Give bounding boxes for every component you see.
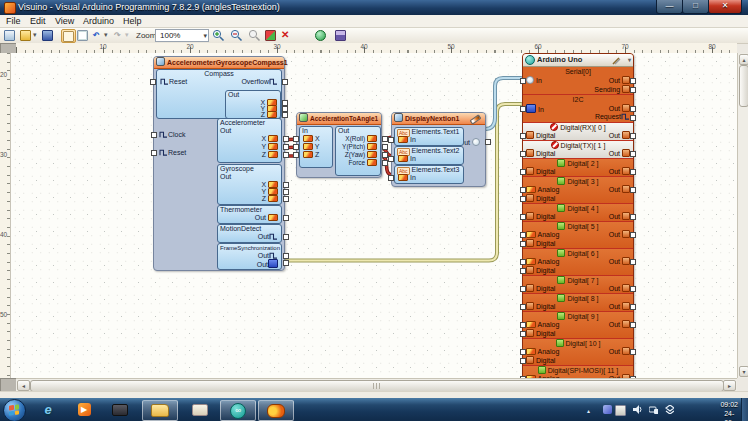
block-accelerometer-gyroscope-compass[interactable]: AccelerometerGyroscopeCompass1 Compass R… — [153, 56, 285, 271]
pin-connector[interactable] — [388, 156, 394, 162]
zoom-combobox[interactable]: 100%▾ — [155, 29, 209, 42]
pin-connector[interactable] — [520, 268, 526, 274]
pin-connector[interactable] — [630, 187, 636, 193]
pin-connector[interactable] — [520, 106, 526, 112]
taskbar-clock[interactable]: 09:02 24-06-2016 — [720, 400, 738, 421]
wrench-icon[interactable] — [612, 56, 621, 65]
pin-connector[interactable] — [151, 150, 157, 156]
build-upload-button[interactable] — [264, 29, 277, 41]
tray-dropbox-icon[interactable] — [665, 405, 674, 414]
show-desktop-button[interactable] — [741, 398, 748, 421]
block-display-nextion[interactable]: DisplayNextion1 Out Abc Elements.Text1 I… — [391, 112, 486, 187]
pin-connector[interactable] — [151, 132, 157, 138]
scroll-down-button[interactable]: ▾ — [739, 366, 748, 377]
save-button[interactable] — [41, 29, 54, 41]
pin-connector[interactable] — [520, 322, 526, 328]
pin-connector[interactable] — [293, 136, 299, 142]
redo-dropdown-arrow[interactable]: ▾ — [125, 31, 129, 39]
pin-connector[interactable] — [520, 151, 526, 157]
pin-connector[interactable] — [520, 259, 526, 265]
tray-show-hidden-icon[interactable]: ▴ — [587, 407, 596, 416]
pin-connector[interactable] — [630, 106, 636, 112]
taskbar-mail[interactable] — [186, 400, 214, 419]
minimize-button[interactable]: — — [656, 0, 683, 14]
maximize-button[interactable]: □ — [682, 0, 709, 14]
scroll-right-button[interactable]: ▸ — [723, 380, 736, 391]
pin-connector[interactable] — [293, 144, 299, 150]
pin-connector[interactable] — [520, 241, 526, 247]
tray-intel-icon[interactable] — [603, 405, 612, 414]
block-header[interactable]: Arduino Uno ▾ — [523, 54, 633, 67]
chevron-down-icon[interactable]: ▾ — [628, 54, 631, 66]
pin-connector[interactable] — [630, 349, 636, 355]
tray-speaker-icon[interactable] — [633, 405, 642, 414]
design-canvas[interactable]: AccelerometerGyroscopeCompass1 Compass R… — [10, 53, 738, 378]
pin-connector[interactable] — [283, 144, 289, 150]
taskbar-arduino-ide-active[interactable]: ∞ — [220, 400, 256, 421]
tray-network-icon[interactable] — [649, 405, 658, 414]
undo-button[interactable]: ↶ — [93, 31, 100, 40]
redo-button[interactable]: ↷ — [114, 31, 121, 40]
pin-connector[interactable] — [283, 234, 289, 240]
pin-connector[interactable] — [630, 286, 636, 292]
start-button[interactable] — [3, 399, 26, 421]
delete-button[interactable]: ✕ — [281, 29, 289, 40]
taskbar-explorer-active[interactable] — [142, 400, 178, 421]
pin-connector[interactable] — [283, 152, 289, 158]
pin-connector[interactable] — [630, 304, 636, 310]
zoom-out-button[interactable] — [230, 29, 243, 42]
menu-edit[interactable]: Edit — [27, 16, 49, 26]
pin-connector[interactable] — [283, 189, 289, 195]
pin-connector[interactable] — [283, 253, 289, 259]
pin-connector[interactable] — [282, 112, 288, 118]
open-dropdown-arrow[interactable]: ▾ — [33, 31, 37, 39]
zoom-dropdown-arrow[interactable]: ▾ — [203, 30, 207, 41]
pin-connector[interactable] — [630, 322, 636, 328]
menu-file[interactable]: File — [3, 16, 24, 26]
block-header[interactable]: AccelerationToAngle1 — [297, 113, 381, 125]
menu-help[interactable]: Help — [120, 16, 145, 26]
pin-connector[interactable] — [630, 376, 636, 378]
pin-connector[interactable] — [388, 137, 394, 143]
pin-connector[interactable] — [630, 259, 636, 265]
pin-connector[interactable] — [630, 169, 636, 175]
taskbar-internet-explorer[interactable]: e — [34, 400, 62, 419]
image-button[interactable] — [334, 29, 347, 41]
new-project-button[interactable] — [3, 29, 16, 41]
pin-connector[interactable] — [520, 169, 526, 175]
pin-connector[interactable] — [520, 376, 526, 378]
pin-connector[interactable] — [520, 331, 526, 337]
tray-clipboard-icon[interactable] — [615, 405, 626, 416]
scroll-left-button[interactable]: ◂ — [17, 380, 30, 391]
close-button[interactable]: ✕ — [708, 0, 742, 14]
pin-connector[interactable] — [520, 78, 526, 84]
pin-connector[interactable] — [630, 232, 636, 238]
pin-connector[interactable] — [520, 304, 526, 310]
pin-connector[interactable] — [520, 187, 526, 193]
pin-connector[interactable] — [520, 349, 526, 355]
edit-icon[interactable] — [470, 114, 482, 124]
menu-view[interactable]: View — [52, 16, 77, 26]
pin-connector[interactable] — [382, 144, 388, 150]
pin-connector[interactable] — [283, 136, 289, 142]
scroll-up-button[interactable]: ▴ — [739, 54, 748, 65]
zoom-in-button[interactable] — [212, 29, 225, 42]
pin-connector[interactable] — [520, 214, 526, 220]
pin-connector[interactable] — [150, 79, 156, 85]
pin-connector[interactable] — [283, 260, 289, 266]
pin-connector[interactable] — [630, 133, 636, 139]
pin-connector[interactable] — [630, 214, 636, 220]
taskbar-visuino-active[interactable] — [258, 400, 294, 421]
web-link-button[interactable] — [314, 29, 327, 41]
pin-connector[interactable] — [283, 196, 289, 202]
pin-connector[interactable] — [630, 87, 636, 93]
pin-connector[interactable] — [520, 196, 526, 202]
taskbar-computer[interactable] — [106, 400, 134, 419]
pin-connector[interactable] — [520, 232, 526, 238]
pin-connector[interactable] — [630, 151, 636, 157]
pin-connector[interactable] — [520, 286, 526, 292]
pin-connector[interactable] — [520, 358, 526, 364]
pin-connector[interactable] — [485, 139, 491, 145]
pin-connector[interactable] — [293, 152, 299, 158]
block-header[interactable]: AccelerometerGyroscopeCompass1 — [154, 57, 284, 69]
